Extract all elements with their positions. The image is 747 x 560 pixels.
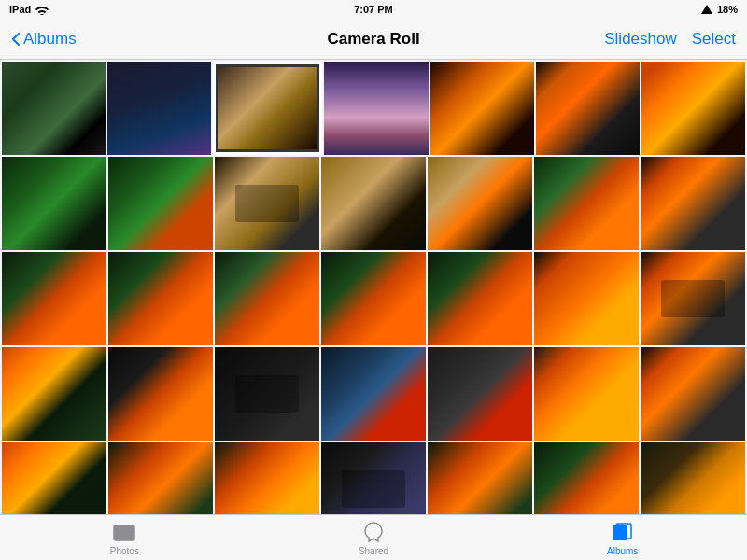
photo-grid — [0, 60, 747, 514]
photos-icon — [112, 520, 136, 544]
select-button[interactable]: Select — [692, 30, 736, 49]
grid-row — [2, 157, 745, 250]
photo-thumbnail[interactable] — [321, 252, 426, 345]
photo-thumbnail[interactable] — [321, 347, 426, 441]
grid-row — [2, 442, 745, 514]
photo-thumbnail[interactable] — [108, 252, 213, 345]
carrier-label: iPad — [9, 4, 31, 15]
photo-thumbnail[interactable] — [108, 157, 213, 250]
photo-thumbnail[interactable] — [2, 347, 106, 441]
slideshow-button[interactable]: Slideshow — [604, 30, 677, 49]
photo-thumbnail[interactable] — [2, 157, 106, 250]
photo-thumbnail[interactable] — [215, 442, 319, 514]
back-chevron-icon — [11, 32, 21, 47]
page-title: Camera Roll — [327, 30, 419, 49]
tab-photos-label: Photos — [110, 546, 139, 556]
photo-thumbnail[interactable] — [536, 62, 640, 155]
status-right: 18% — [700, 4, 738, 15]
tab-photos[interactable]: Photos — [0, 515, 249, 560]
nav-bar: Albums Camera Roll Slideshow Select — [0, 19, 747, 60]
photo-thumbnail[interactable] — [108, 442, 213, 514]
photo-thumbnail[interactable] — [215, 347, 319, 441]
photo-thumbnail[interactable] — [428, 252, 532, 345]
photo-thumbnail[interactable] — [428, 157, 532, 250]
photo-thumbnail[interactable] — [641, 442, 745, 514]
tab-bar: Photos Shared Albums — [0, 514, 747, 560]
photo-thumbnail[interactable] — [641, 62, 745, 155]
photo-thumbnail[interactable] — [215, 157, 319, 250]
nav-actions: Slideshow Select — [604, 30, 736, 49]
grid-row — [2, 62, 745, 155]
grid-row — [2, 347, 745, 441]
tab-albums[interactable]: Albums — [498, 515, 747, 560]
photo-thumbnail[interactable] — [321, 442, 426, 514]
photo-thumbnail[interactable] — [321, 157, 426, 250]
svg-marker-0 — [701, 5, 712, 14]
status-time: 7:07 PM — [354, 4, 393, 15]
photo-thumbnail[interactable] — [430, 62, 534, 155]
wifi-icon — [35, 4, 49, 15]
photo-thumbnail[interactable] — [215, 252, 319, 345]
photo-thumbnail[interactable] — [2, 252, 106, 345]
status-left: iPad — [9, 4, 49, 15]
back-button[interactable]: Albums — [11, 30, 77, 49]
photo-thumbnail[interactable] — [2, 442, 106, 514]
photo-thumbnail[interactable] — [428, 442, 532, 514]
status-bar: iPad 7:07 PM 18% — [0, 0, 747, 19]
tab-albums-label: Albums — [607, 546, 638, 556]
photo-thumbnail[interactable] — [324, 62, 428, 155]
photo-thumbnail[interactable] — [428, 347, 532, 441]
photo-thumbnail[interactable] — [534, 347, 639, 441]
photo-thumbnail[interactable] — [534, 442, 639, 514]
albums-icon — [611, 520, 635, 544]
photo-thumbnail[interactable] — [641, 347, 745, 441]
photo-thumbnail[interactable] — [534, 157, 639, 250]
battery-label: 18% — [717, 4, 738, 15]
photo-thumbnail[interactable] — [534, 252, 639, 345]
photo-thumbnail[interactable] — [107, 62, 211, 155]
shared-icon — [361, 520, 386, 544]
photo-thumbnail[interactable] — [641, 252, 745, 345]
photo-thumbnail[interactable] — [2, 62, 106, 155]
photo-thumbnail[interactable] — [108, 347, 213, 441]
photo-thumbnail[interactable] — [641, 157, 745, 250]
tab-shared-label: Shared — [359, 546, 388, 556]
grid-row — [2, 252, 745, 345]
tab-shared[interactable]: Shared — [249, 515, 499, 560]
back-label: Albums — [23, 30, 77, 49]
photo-thumbnail-selected[interactable] — [213, 62, 322, 155]
signal-icon — [700, 4, 713, 15]
